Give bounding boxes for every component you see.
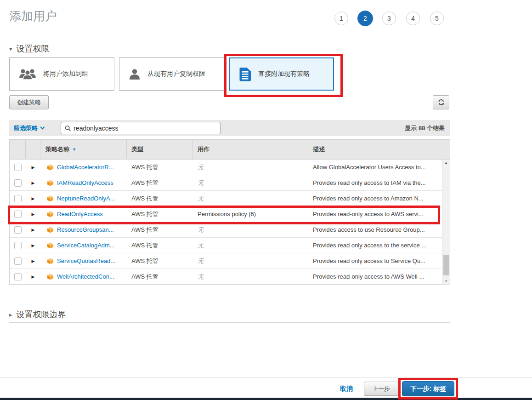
table-row: ▶ ResourceGroupsan... AWS 托管 无 Provides … (10, 222, 442, 238)
row-checkbox[interactable] (14, 164, 22, 171)
option-copy-permissions[interactable]: 从现有用户复制权限 (119, 57, 224, 91)
users-group-icon (19, 68, 36, 80)
permissions-section-header[interactable]: ▾ 设置权限 (9, 43, 50, 54)
cancel-link[interactable]: 取消 (340, 385, 353, 393)
table-row: ▶ ReadOnlyAccess AWS 托管 Permissions poli… (10, 206, 442, 222)
step-3: 3 (382, 11, 396, 25)
expand-arrow-icon[interactable]: ▶ (32, 228, 35, 232)
table-row: ▶ IAMReadOnlyAccess AWS 托管 无 Provides re… (10, 175, 442, 191)
option-label: 将用户添加到组 (43, 70, 88, 78)
boundary-section-title: 设置权限边界 (17, 309, 66, 320)
expand-arrow-icon[interactable]: ▶ (32, 196, 35, 201)
policy-name-link[interactable]: GlobalAcceleratorR... (57, 164, 114, 171)
chevron-right-icon: ▸ (9, 311, 12, 318)
row-checkbox[interactable] (14, 226, 22, 234)
policy-used-as: 无 (193, 241, 308, 250)
table-scrollbar[interactable]: ▲ ▼ (442, 160, 450, 285)
policy-search-input[interactable] (74, 125, 216, 132)
table-row: ▶ WellArchitectedCon... AWS 托管 无 Provide… (10, 269, 442, 285)
policy-name-link[interactable]: WellArchitectedCon... (57, 273, 114, 280)
policy-description: Provides read-only access to AWS Well-..… (308, 273, 442, 280)
option-add-user-to-group[interactable]: 将用户添加到组 (9, 57, 114, 91)
policy-used-as: 无 (193, 226, 308, 234)
step-4: 4 (406, 11, 420, 25)
policy-name-link[interactable]: ServiceQuotasRead... (57, 257, 115, 264)
policy-name-link[interactable]: ReadOnlyAccess (57, 211, 103, 217)
option-attach-existing-policies[interactable]: 直接附加现有策略 (229, 57, 334, 91)
header-policy-name[interactable]: 策略名称 ▼ (40, 140, 127, 159)
row-checkbox[interactable] (14, 257, 22, 265)
header-type[interactable]: 类型 (127, 140, 193, 159)
user-icon (129, 68, 141, 80)
add-user-wizard-page: 添加用户 12345 ▾ 设置权限 将用户添加到组 (0, 0, 532, 400)
managed-policy-icon (47, 211, 54, 218)
policy-type: AWS 托管 (127, 210, 193, 218)
row-checkbox[interactable] (14, 211, 22, 218)
chevron-down-icon: ▾ (9, 46, 12, 52)
row-checkbox[interactable] (14, 273, 22, 280)
policy-table-body: ▶ GlobalAcceleratorR... AWS 托管 无 Allow G… (10, 160, 450, 285)
header-description[interactable]: 描述 (308, 140, 450, 159)
row-checkbox[interactable] (14, 242, 22, 249)
header-expand-cell (26, 140, 40, 159)
policy-type: AWS 托管 (127, 257, 193, 265)
policy-type: AWS 托管 (127, 194, 193, 203)
filter-policies-dropdown[interactable]: 筛选策略 (14, 120, 44, 136)
policy-description: Provides read only access to the service… (308, 242, 442, 249)
policy-type: AWS 托管 (127, 273, 193, 281)
policy-name-link[interactable]: IAMReadOnlyAccess (57, 179, 113, 186)
filter-bar: 筛选策略 显示 88 个结果 (9, 120, 450, 136)
managed-policy-icon (47, 195, 54, 202)
next-tags-button[interactable]: 下一步: 标签 (402, 381, 454, 396)
expand-arrow-icon[interactable]: ▶ (32, 259, 35, 263)
refresh-icon (438, 99, 445, 106)
scroll-up-icon[interactable]: ▲ (442, 161, 450, 165)
permissions-section-title: 设置权限 (17, 43, 50, 54)
managed-policy-icon (47, 242, 54, 249)
step-2: 2 (357, 11, 373, 26)
scrollbar-thumb[interactable] (443, 255, 449, 275)
table-row: ▶ ServiceCatalogAdm... AWS 托管 无 Provides… (10, 238, 442, 253)
policy-name-link[interactable]: ServiceCatalogAdm... (57, 242, 115, 249)
create-policy-button[interactable]: 创建策略 (9, 95, 49, 109)
boundary-section-header[interactable]: ▸ 设置权限边界 (9, 309, 66, 320)
expand-arrow-icon[interactable]: ▶ (32, 165, 35, 170)
expand-arrow-icon[interactable]: ▶ (32, 274, 35, 279)
policy-used-as: 无 (193, 194, 308, 203)
policy-used-as: 无 (193, 163, 308, 171)
policy-type: AWS 托管 (127, 226, 193, 234)
policy-description: Provides access to use Resource Group... (308, 226, 442, 233)
policy-description: Provides read-only access to AWS servi..… (308, 211, 442, 217)
expand-arrow-icon[interactable]: ▶ (32, 243, 35, 248)
managed-policy-icon (47, 164, 54, 171)
expand-arrow-icon[interactable]: ▶ (32, 181, 35, 185)
policy-type: AWS 托管 (127, 241, 193, 250)
option-label: 直接附加现有策略 (258, 70, 310, 78)
section-divider (9, 54, 450, 54)
policy-name-link[interactable]: ResourceGroupsan... (57, 226, 114, 233)
search-icon (65, 125, 71, 131)
policy-name-link[interactable]: NeptuneReadOnlyA... (57, 195, 115, 202)
row-checkbox[interactable] (14, 179, 22, 187)
row-checkbox[interactable] (14, 195, 22, 202)
policy-table: 策略名称 ▼ 类型 用作 描述 ▶ GlobalAcceleratorR... … (9, 139, 450, 285)
policy-search-box (61, 122, 221, 134)
expand-arrow-icon[interactable]: ▶ (32, 212, 35, 217)
managed-policy-icon (47, 226, 54, 234)
previous-button[interactable]: 上一步 (364, 382, 398, 396)
step-1: 1 (334, 11, 348, 25)
policy-description: Provides read only access to IAM via the… (308, 179, 442, 186)
header-used-as[interactable]: 用作 (193, 140, 308, 159)
policy-used-as: 无 (193, 273, 308, 281)
option-label: 从现有用户复制权限 (147, 70, 205, 78)
bottom-edge-bar (0, 398, 532, 400)
policy-description: Provides read only access to Amazon N... (308, 195, 442, 202)
policy-table-header: 策略名称 ▼ 类型 用作 描述 (10, 140, 450, 160)
step-5: 5 (430, 11, 444, 25)
page-title: 添加用户 (9, 8, 57, 24)
scroll-down-icon[interactable]: ▼ (442, 279, 450, 283)
policy-used-as: Permissions policy (6) (193, 211, 308, 217)
filter-label: 筛选策略 (14, 124, 38, 132)
table-row: ▶ NeptuneReadOnlyA... AWS 托管 无 Provides … (10, 191, 442, 206)
refresh-button[interactable] (433, 95, 449, 109)
